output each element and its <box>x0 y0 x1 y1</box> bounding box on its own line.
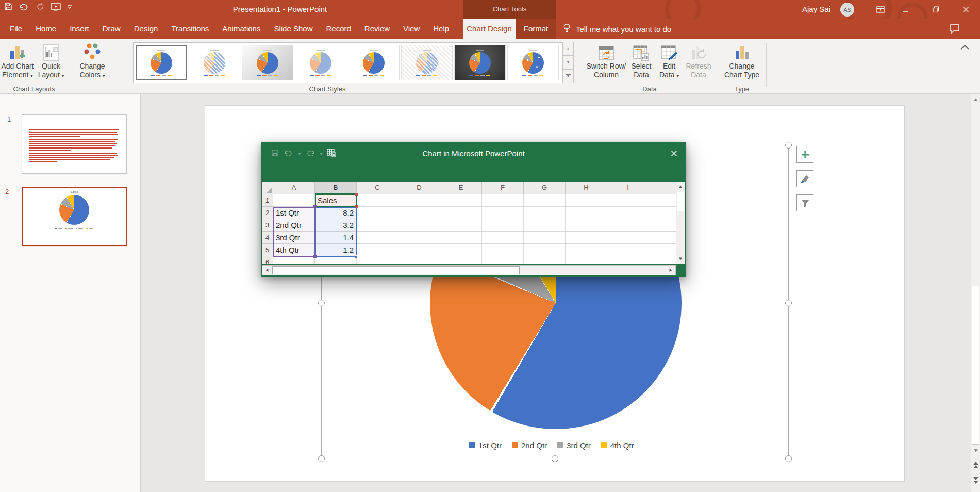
cell-G5[interactable] <box>524 244 566 256</box>
cell-H3[interactable] <box>566 219 607 232</box>
resize-handle-left-middle[interactable] <box>318 300 325 306</box>
column-header-G[interactable]: G <box>524 182 566 194</box>
row-header-3[interactable]: 3 <box>262 219 273 232</box>
cell-F3[interactable] <box>482 219 524 232</box>
cell-I1[interactable] <box>607 194 649 207</box>
chart-style-thumbnail-6[interactable] <box>401 45 453 80</box>
select-all-button[interactable] <box>262 182 273 194</box>
minimize-button[interactable] <box>894 0 917 19</box>
cell-H2[interactable] <box>566 207 607 219</box>
resize-handle-top-right[interactable] <box>785 142 792 149</box>
tab-design[interactable]: Design <box>127 19 165 39</box>
cell-H4[interactable] <box>566 232 607 244</box>
gallery-scroll-down-button[interactable]: ▼ <box>562 55 574 69</box>
cell-I2[interactable] <box>607 207 649 219</box>
chart-data-close-button[interactable] <box>667 147 680 159</box>
cell-A5[interactable]: 4th Qtr <box>273 244 315 256</box>
cell-A4[interactable]: 3rd Qtr <box>273 232 315 244</box>
cell-G4[interactable] <box>524 232 566 244</box>
chart-style-thumbnail-4[interactable] <box>295 45 346 80</box>
cell-I6[interactable] <box>607 256 649 264</box>
scroll-thumb[interactable] <box>272 266 520 274</box>
column-header-A[interactable]: A <box>273 182 315 194</box>
chart-style-thumbnail-2[interactable] <box>189 45 240 80</box>
cell-B3[interactable]: 3.2 <box>315 219 357 232</box>
undo-icon[interactable] <box>19 3 30 11</box>
legend-item[interactable]: 1st Qtr <box>469 441 502 450</box>
cell-E3[interactable] <box>440 219 482 232</box>
cell-I4[interactable] <box>607 232 649 244</box>
cell-C3[interactable] <box>357 219 398 232</box>
cell-C1[interactable] <box>357 194 398 207</box>
cell-D3[interactable] <box>398 219 440 232</box>
chart-data-window-titlebar[interactable]: ▾ ▾ Chart in Microsoft PowerPoint <box>261 142 686 165</box>
cell-E6[interactable] <box>440 256 482 264</box>
tab-slide-show[interactable]: Slide Show <box>267 19 319 39</box>
switch-row-column-button[interactable]: Switch Row/ Column <box>587 41 626 79</box>
row-header-4[interactable]: 4 <box>262 232 273 244</box>
tab-home[interactable]: Home <box>29 19 63 39</box>
row-header-2[interactable]: 2 <box>262 207 273 219</box>
cell-B4[interactable]: 1.4 <box>315 232 357 244</box>
ribbon-display-options-button[interactable] <box>869 0 892 19</box>
scroll-down-button[interactable] <box>971 446 980 456</box>
user-name[interactable]: Ajay Sai <box>802 5 830 13</box>
chart-elements-button[interactable] <box>796 146 813 163</box>
resize-handle-bottom-left[interactable] <box>318 455 325 462</box>
cell-H5[interactable] <box>566 244 607 256</box>
column-header-I[interactable]: I <box>607 182 649 194</box>
cell-F1[interactable] <box>482 194 524 207</box>
add-chart-element-button[interactable]: Add Chart Element ▾ <box>1 41 34 80</box>
cell-H6[interactable] <box>566 256 607 264</box>
avatar[interactable]: AS <box>840 3 854 17</box>
cell-A3[interactable]: 2nd Qtr <box>273 219 315 232</box>
cell-G1[interactable] <box>524 194 566 207</box>
cell-G3[interactable] <box>524 219 566 232</box>
row-header-5[interactable]: 5 <box>262 244 273 256</box>
column-header-C[interactable]: C <box>357 182 398 194</box>
tab-draw[interactable]: Draw <box>96 19 127 39</box>
scroll-thumb[interactable] <box>677 192 684 211</box>
tab-format[interactable]: Format <box>516 19 556 39</box>
close-button[interactable] <box>954 0 977 19</box>
legend-item[interactable]: 2nd Qtr <box>512 441 547 450</box>
slide-2-thumbnail[interactable]: Sales <box>22 187 127 246</box>
legend-item[interactable]: 3rd Qtr <box>557 441 591 450</box>
next-slide-button[interactable] <box>971 473 980 487</box>
change-colors-button[interactable]: Change Colors ▾ <box>75 41 109 80</box>
tab-record[interactable]: Record <box>319 19 357 39</box>
cell-B2[interactable]: 8.2 <box>315 207 357 219</box>
tab-insert[interactable]: Insert <box>63 19 96 39</box>
cell-C5[interactable] <box>357 244 398 256</box>
tell-me-box[interactable]: Tell me what you want to do <box>563 19 671 39</box>
quick-layout-button[interactable]: Quick Layout ▾ <box>35 41 67 80</box>
cell-D1[interactable] <box>398 194 440 207</box>
scroll-up-button[interactable] <box>676 182 685 191</box>
cell-D5[interactable] <box>398 244 440 256</box>
cell-I3[interactable] <box>607 219 649 232</box>
chart-style-thumbnail-1[interactable] <box>136 45 187 80</box>
previous-slide-button[interactable] <box>971 458 980 471</box>
resize-handle-bottom-right[interactable] <box>785 455 792 462</box>
cell-F4[interactable] <box>482 232 524 244</box>
cell-H1[interactable] <box>566 194 607 207</box>
customize-qat-icon[interactable] <box>67 3 72 11</box>
edit-data-button[interactable]: Edit Data ▾ <box>656 41 683 80</box>
tab-help[interactable]: Help <box>426 19 456 39</box>
column-header-B[interactable]: B <box>315 182 357 194</box>
spreadsheet-grid[interactable]: ABCDEFGHI1Sales21st Qtr8.232nd Qtr3.243r… <box>262 182 676 264</box>
gallery-scroll-up-button[interactable]: ▲ <box>562 42 574 56</box>
sheet-vertical-scrollbar[interactable] <box>676 182 685 264</box>
scroll-thumb[interactable] <box>972 286 979 445</box>
scroll-left-button[interactable] <box>262 266 272 275</box>
gallery-more-button[interactable]: ▼ <box>562 69 574 83</box>
cell-G6[interactable] <box>524 256 566 264</box>
cell-F5[interactable] <box>482 244 524 256</box>
cell-E4[interactable] <box>440 232 482 244</box>
cell-A1[interactable] <box>273 194 315 207</box>
scroll-up-button[interactable] <box>971 94 980 105</box>
tab-animations[interactable]: Animations <box>215 19 267 39</box>
chart-style-thumbnail-8[interactable] <box>507 45 559 80</box>
tab-chart-design[interactable]: Chart Design <box>463 19 516 39</box>
scroll-right-button[interactable] <box>666 266 675 275</box>
